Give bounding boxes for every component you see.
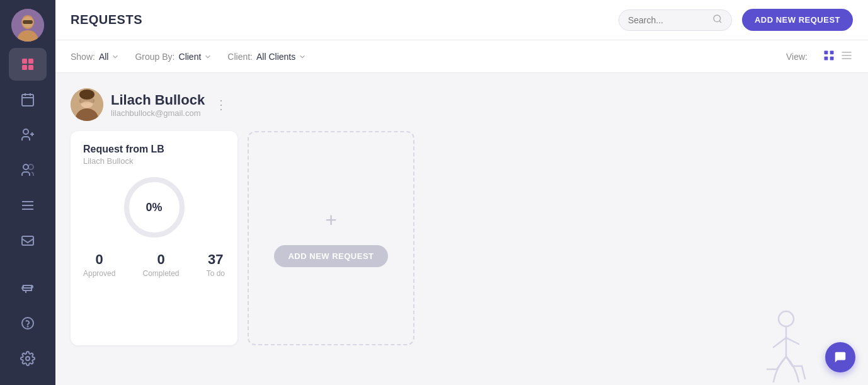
header: REQUESTS ADD NEW REQUEST — [55, 0, 868, 40]
svg-point-16 — [23, 164, 28, 170]
sidebar-item-megaphone[interactable] — [9, 272, 47, 304]
svg-point-25 — [26, 357, 30, 360]
stat-completed: 0 Completed — [142, 251, 179, 278]
stat-todo-value: 37 — [207, 251, 225, 268]
client-name: Lilach Bullock — [111, 92, 205, 108]
svg-point-17 — [28, 164, 33, 170]
svg-point-26 — [714, 15, 721, 22]
show-value: All — [99, 52, 109, 62]
svg-point-44 — [779, 311, 794, 326]
client-info: Lilach Bullock lilachbullock@gmail.com — [111, 92, 205, 118]
card-stats: 0 Approved 0 Completed 37 To do — [83, 251, 225, 278]
content: Lilach Bullock lilachbullock@gmail.com ⋮… — [55, 73, 868, 385]
stat-completed-value: 0 — [142, 251, 179, 268]
stat-approved-label: Approved — [83, 269, 115, 278]
sidebar-item-help[interactable] — [9, 307, 47, 340]
list-view-icon[interactable] — [840, 49, 853, 64]
stat-approved-value: 0 — [83, 251, 115, 268]
add-new-request-button[interactable]: ADD NEW REQUEST — [742, 9, 853, 31]
svg-rect-28 — [825, 50, 828, 54]
sidebar-nav — [0, 48, 55, 272]
svg-rect-29 — [830, 50, 834, 54]
svg-point-41 — [81, 101, 93, 108]
svg-point-39 — [79, 89, 94, 100]
svg-rect-8 — [28, 65, 33, 70]
svg-rect-6 — [28, 59, 33, 64]
svg-rect-30 — [825, 56, 828, 60]
doodle-figure — [755, 309, 818, 385]
client-email: lilachbullock@gmail.com — [111, 108, 205, 118]
card-title: Request from LB — [83, 144, 225, 155]
sidebar-item-dashboard[interactable] — [9, 48, 47, 81]
progress-text: 0% — [146, 201, 162, 214]
progress-circle: 0% — [123, 176, 186, 239]
add-new-card[interactable]: + ADD NEW REQUEST — [248, 131, 414, 345]
svg-rect-5 — [22, 59, 27, 64]
plus-icon: + — [325, 210, 337, 230]
client-value: All Clients — [256, 52, 295, 62]
svg-rect-31 — [830, 56, 834, 60]
main-content: REQUESTS ADD NEW REQUEST Show: All Group… — [55, 0, 868, 385]
grid-view-icon[interactable] — [823, 49, 835, 64]
page-title: REQUESTS — [71, 13, 619, 27]
sidebar-item-add-user[interactable] — [9, 118, 47, 151]
sidebar-item-list[interactable] — [9, 189, 47, 222]
client-header: Lilach Bullock lilachbullock@gmail.com ⋮ — [71, 88, 853, 121]
sidebar — [0, 0, 55, 385]
add-request-card-button[interactable]: ADD NEW REQUEST — [274, 245, 387, 267]
svg-line-47 — [786, 338, 799, 344]
sidebar-item-inbox[interactable] — [9, 224, 47, 257]
stat-approved: 0 Approved — [83, 251, 115, 278]
stat-todo-label: To do — [207, 269, 225, 278]
client-menu-icon[interactable]: ⋮ — [215, 97, 227, 112]
svg-line-46 — [774, 338, 786, 347]
svg-rect-4 — [23, 20, 33, 24]
sidebar-bottom — [9, 272, 47, 385]
group-by-select[interactable]: Client — [179, 52, 213, 62]
client-select[interactable]: All Clients — [256, 52, 307, 62]
view-label: View: — [786, 52, 808, 62]
show-label: Show: — [71, 52, 95, 62]
search-box[interactable] — [619, 9, 732, 31]
view-toggle — [823, 49, 853, 64]
client-avatar — [71, 88, 103, 121]
svg-rect-9 — [22, 95, 33, 106]
svg-rect-7 — [22, 65, 27, 70]
toolbar: Show: All Group By: Client Client: All C… — [55, 40, 868, 73]
sidebar-item-calendar[interactable] — [9, 83, 47, 116]
card-client: Lilach Bullock — [83, 156, 225, 166]
show-select[interactable]: All — [99, 52, 120, 62]
avatar[interactable] — [11, 9, 44, 42]
group-by-filter: Group By: Client — [135, 52, 212, 62]
client-group: Lilach Bullock lilachbullock@gmail.com ⋮… — [71, 88, 853, 345]
sidebar-item-settings[interactable] — [9, 342, 47, 375]
request-card: Request from LB Lilach Bullock 0% 0 Appr… — [71, 131, 237, 345]
client-filter: Client: All Clients — [227, 52, 307, 62]
search-icon — [712, 14, 722, 26]
client-label: Client: — [227, 52, 253, 62]
show-filter: Show: All — [71, 52, 120, 62]
svg-line-27 — [719, 21, 721, 23]
cards-row: Request from LB Lilach Bullock 0% 0 Appr… — [71, 131, 853, 345]
sidebar-item-team[interactable] — [9, 154, 47, 187]
chat-fab-button[interactable] — [825, 342, 855, 372]
group-by-value: Client — [179, 52, 202, 62]
svg-point-24 — [28, 326, 28, 327]
stat-todo: 37 To do — [207, 251, 225, 278]
svg-point-13 — [23, 129, 28, 134]
stat-completed-label: Completed — [142, 269, 179, 278]
search-input[interactable] — [628, 15, 707, 25]
group-by-label: Group By: — [135, 52, 174, 62]
